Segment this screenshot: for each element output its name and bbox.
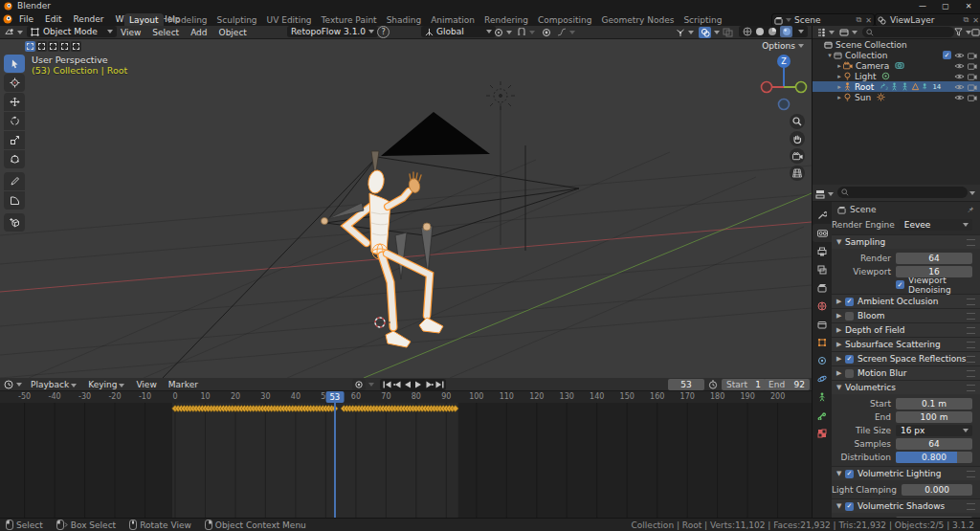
- properties-tab-bone[interactable]: [813, 406, 832, 424]
- hide-viewport-eye-icon[interactable]: [954, 52, 965, 59]
- disable-render-camera-icon[interactable]: [968, 73, 977, 80]
- timeline-menu-keying[interactable]: Keying: [82, 380, 130, 389]
- zoom-view-button[interactable]: [790, 114, 805, 129]
- select-mode-subtract[interactable]: [48, 41, 58, 52]
- menu-edit[interactable]: Edit: [39, 14, 67, 24]
- transform-tool[interactable]: [4, 150, 25, 168]
- menu-render[interactable]: Render: [68, 14, 110, 24]
- viewport-menu-object[interactable]: Object: [213, 28, 253, 37]
- play-reverse-button[interactable]: [403, 380, 412, 389]
- play-button[interactable]: [413, 380, 423, 389]
- expand-twisty[interactable]: ▾: [826, 52, 834, 59]
- rotate-tool[interactable]: [4, 112, 25, 130]
- minimize-button[interactable]: —: [911, 0, 934, 12]
- end-field[interactable]: 100 m: [896, 411, 972, 423]
- viewport-menu-select[interactable]: Select: [146, 28, 185, 37]
- properties-tab-object-data[interactable]: [813, 387, 832, 406]
- workspace-tab-layout[interactable]: Layout: [124, 13, 164, 26]
- shading-rendered-icon[interactable]: [780, 26, 792, 37]
- current-frame-field[interactable]: 53: [668, 379, 704, 390]
- panel-header-volumetric-lighting[interactable]: ▼ ✓ Volumetric Lighting: [832, 466, 980, 480]
- maximize-button[interactable]: ▢: [934, 0, 957, 12]
- outliner-row-light[interactable]: ▸ Light: [813, 71, 980, 81]
- snap-magnet-icon[interactable]: [517, 26, 535, 38]
- xray-toggle-icon[interactable]: [723, 26, 733, 38]
- viewport-menu-view[interactable]: View: [115, 28, 146, 37]
- add-cube-tool[interactable]: [4, 213, 25, 232]
- editor-type-3dview[interactable]: [4, 26, 23, 38]
- orientation-dropdown[interactable]: Global: [421, 26, 496, 37]
- properties-tab-output[interactable]: [813, 242, 832, 260]
- workspace-tab-shading[interactable]: Shading: [382, 13, 427, 26]
- properties-tab-scene[interactable]: [813, 278, 832, 297]
- timeline-menu-playback[interactable]: Playback: [25, 380, 82, 389]
- timeline-track-area[interactable]: [0, 403, 812, 518]
- scene-selector[interactable]: Scene ⧉ ✕: [771, 13, 875, 27]
- options-dropdown[interactable]: Options: [762, 41, 804, 51]
- panel-header-motion-blur[interactable]: ▶ Motion Blur: [832, 365, 980, 380]
- jump-to-end-button[interactable]: [434, 380, 444, 389]
- properties-tab-collection[interactable]: [813, 315, 832, 333]
- ambient-occlusion-checkbox[interactable]: ✓: [845, 298, 854, 306]
- shading-solid-icon[interactable]: [755, 27, 765, 36]
- camera-view-button[interactable]: [790, 148, 805, 164]
- scale-tool[interactable]: [4, 131, 25, 149]
- panel-header-volumetric-shadows[interactable]: ▼ ✓ Volumetric Shadows: [832, 498, 980, 513]
- hide-viewport-eye-icon[interactable]: [954, 83, 965, 91]
- panel-header-subsurface-scattering[interactable]: ▶ Subsurface Scattering: [832, 337, 980, 351]
- workspace-tab-uv-editing[interactable]: UV Editing: [262, 13, 317, 26]
- workspace-tab-modeling[interactable]: Modeling: [164, 13, 212, 26]
- outliner-row-scene-collection[interactable]: Scene Collection: [813, 39, 980, 50]
- proportional-falloff-dropdown[interactable]: [557, 26, 575, 38]
- camera-data-icon[interactable]: [895, 61, 904, 70]
- expand-twisty[interactable]: ▸: [835, 94, 843, 101]
- unlink-scene-icon[interactable]: ✕: [865, 16, 872, 25]
- panel-header-sampling[interactable]: ▼ Sampling: [832, 234, 980, 249]
- use-preview-range-icon[interactable]: [708, 380, 718, 389]
- start-frame-field[interactable]: Start1: [722, 379, 766, 390]
- prev-keyframe-button[interactable]: [392, 380, 402, 389]
- mode-dropdown[interactable]: Object Mode: [27, 26, 117, 37]
- viewport-3d[interactable]: User Perspective (53) Collection | Root …: [0, 39, 812, 378]
- editor-type-timeline[interactable]: [4, 378, 22, 390]
- outliner-row-collection[interactable]: ▾ Collection ✓: [813, 50, 980, 60]
- constraint-icon[interactable]: 2: [880, 82, 888, 91]
- disable-render-camera-icon[interactable]: [968, 94, 977, 101]
- render-field[interactable]: 64: [896, 253, 972, 264]
- pan-view-button[interactable]: [790, 131, 805, 146]
- properties-tab-physics[interactable]: [813, 369, 832, 387]
- disable-render-camera-icon[interactable]: [968, 83, 977, 91]
- new-collection-icon[interactable]: [971, 26, 980, 38]
- jump-to-start-button[interactable]: [382, 380, 391, 389]
- viewport-menu-add[interactable]: Add: [185, 28, 212, 37]
- hide-viewport-eye-icon[interactable]: [954, 94, 965, 101]
- blender-menu-icon[interactable]: [3, 14, 12, 24]
- light-data-icon[interactable]: [881, 72, 890, 80]
- current-frame-badge[interactable]: 53: [325, 391, 344, 403]
- properties-tab-object[interactable]: [813, 333, 832, 351]
- editor-type-properties[interactable]: [815, 188, 834, 200]
- panel-header-bloom[interactable]: ▶ Bloom: [832, 308, 980, 322]
- select-mode-invert[interactable]: [59, 41, 70, 52]
- next-keyframe-button[interactable]: [424, 380, 434, 389]
- shading-material-icon[interactable]: [768, 27, 777, 36]
- tile-size-dropdown[interactable]: 16 px: [896, 425, 972, 436]
- auto-keying-button[interactable]: [352, 378, 374, 390]
- volumetric-shadows-checkbox[interactable]: ✓: [845, 502, 854, 511]
- workspace-tab-compositing[interactable]: Compositing: [533, 13, 596, 26]
- close-button[interactable]: ✕: [957, 0, 980, 12]
- motion-blur-checkbox[interactable]: [845, 369, 854, 378]
- distribution-slider[interactable]: 0.800: [896, 452, 972, 463]
- hide-viewport-eye-icon[interactable]: [954, 73, 965, 80]
- shading-wireframe-icon[interactable]: [743, 27, 752, 36]
- count-icon[interactable]: [922, 82, 930, 91]
- pyramid-object[interactable]: [381, 112, 490, 156]
- timeline-ruler[interactable]: -50-40-30-20-100102030405060708090100110…: [0, 391, 812, 403]
- timeline-menu-marker[interactable]: Marker: [163, 380, 204, 389]
- workspace-tab-rendering[interactable]: Rendering: [479, 13, 533, 26]
- panel-header-volumetrics[interactable]: ▼ Volumetrics: [832, 380, 980, 394]
- pivot-dropdown[interactable]: [494, 26, 512, 38]
- outliner-filter-dropdown[interactable]: [954, 26, 971, 38]
- outliner-display-mode[interactable]: [839, 26, 858, 38]
- light-clamping-field[interactable]: 0.000: [902, 484, 972, 496]
